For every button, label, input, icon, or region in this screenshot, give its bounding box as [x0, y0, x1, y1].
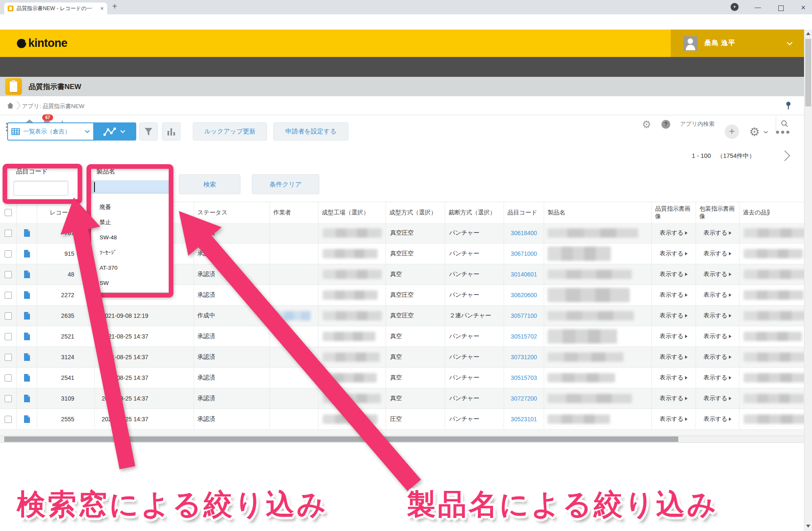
more-options-icon[interactable]: ●●● [775, 128, 791, 136]
packing-image-cell: 表示する [696, 409, 739, 430]
document-icon[interactable] [24, 332, 30, 341]
show-image-link[interactable]: 表示する [660, 312, 688, 320]
new-tab-button[interactable]: + [112, 2, 117, 11]
column-header-label[interactable]: 品質指示書画像 [652, 205, 696, 220]
show-image-link[interactable]: 表示する [660, 229, 688, 237]
document-icon[interactable] [24, 229, 30, 237]
document-icon[interactable] [24, 291, 30, 299]
row-checkbox[interactable] [5, 374, 12, 382]
next-page-icon[interactable] [783, 149, 791, 162]
show-image-link[interactable]: 表示する [704, 374, 732, 382]
scroll-down-arrow-icon[interactable] [806, 525, 810, 528]
user-menu[interactable]: 桑島 逸平 [671, 30, 804, 57]
row-checkbox[interactable] [5, 292, 12, 299]
show-image-link[interactable]: 表示する [704, 271, 732, 278]
item-code-link[interactable]: 30515703 [511, 374, 537, 381]
document-icon[interactable] [24, 374, 30, 382]
window-minimize-button[interactable]: — [755, 3, 761, 11]
row-checkbox[interactable] [5, 271, 12, 278]
show-image-link[interactable]: 表示する [704, 353, 732, 361]
app-search-input[interactable] [675, 120, 776, 127]
row-checkbox[interactable] [5, 230, 12, 237]
tab-close-icon[interactable]: × [100, 5, 104, 11]
column-header-label[interactable]: 成型工場（選択） [318, 209, 369, 217]
document-icon[interactable] [24, 415, 30, 423]
show-image-link[interactable]: 表示する [660, 415, 688, 423]
item-code-link[interactable]: 30577100 [511, 312, 537, 319]
redacted-value [323, 373, 377, 382]
document-icon[interactable] [24, 270, 30, 279]
item-code-link[interactable]: 30731200 [511, 354, 537, 360]
breadcrumb-text[interactable]: アプリ: 品質指示書NEW [22, 103, 84, 110]
view-selector-current[interactable]: 一覧表示（倉吉） [8, 123, 93, 140]
column-header-label[interactable]: ステータス [194, 209, 227, 217]
show-image-link[interactable]: 表示する [704, 229, 732, 237]
lookup-update-button[interactable]: ルックアップ更新 [193, 122, 267, 141]
horizontal-scrollbar-thumb[interactable] [4, 436, 678, 442]
show-image-link[interactable]: 表示する [660, 395, 688, 402]
item-code-link[interactable]: 30727200 [511, 395, 537, 402]
filter-button[interactable] [139, 122, 158, 141]
column-header-label[interactable]: 過去の品質指示書 [739, 209, 770, 217]
row-checkbox[interactable] [5, 250, 12, 257]
breadcrumb-home-icon[interactable] [7, 102, 14, 109]
search-button[interactable]: 検索 [179, 174, 240, 194]
set-applicant-button[interactable]: 申請者を設定する [273, 122, 348, 141]
document-icon[interactable] [24, 249, 30, 258]
view-selector[interactable]: 一覧表示（倉吉） [7, 122, 136, 141]
app-clipboard-icon[interactable] [5, 78, 22, 95]
item-code-link[interactable]: 30140601 [511, 271, 537, 278]
row-checkbox[interactable] [5, 395, 12, 402]
show-image-link[interactable]: 表示する [704, 415, 732, 423]
row-checkbox[interactable] [5, 333, 12, 340]
help-icon[interactable]: ? [661, 120, 670, 129]
show-image-link[interactable]: 表示する [704, 312, 732, 320]
item-code-link[interactable]: 30515702 [511, 333, 537, 340]
clear-conditions-button[interactable]: 条件クリア [252, 174, 319, 194]
document-icon[interactable] [24, 312, 30, 320]
item-code-link[interactable]: 30671000 [511, 250, 537, 257]
chart-button[interactable] [162, 122, 181, 141]
row-checkbox[interactable] [5, 312, 12, 320]
window-restore-button[interactable] [778, 5, 784, 11]
graph-view-button[interactable] [93, 123, 135, 140]
row-checkbox[interactable] [5, 354, 12, 361]
browser-tab[interactable]: 品質指示書NEW - レコードの一覧 × [4, 3, 107, 14]
show-image-link[interactable]: 表示する [660, 250, 688, 257]
scroll-up-arrow-icon[interactable] [806, 32, 810, 35]
show-image-link[interactable]: 表示する [704, 291, 732, 299]
item-code-link[interactable]: 30523101 [511, 416, 537, 423]
column-header-label[interactable]: 作業者 [270, 209, 291, 217]
settings-gear-icon[interactable]: ⚙ [642, 119, 651, 130]
column-header-label[interactable]: 成型方式（選択） [386, 209, 437, 217]
kintone-logo[interactable]: kintone [17, 30, 67, 57]
show-image-link[interactable]: 表示する [660, 353, 688, 361]
item-code-link[interactable]: 30618400 [511, 230, 537, 236]
show-image-link[interactable]: 表示する [704, 395, 732, 402]
vertical-scrollbar-thumb[interactable] [805, 39, 811, 106]
column-header-label[interactable]: レコード番号 [37, 209, 86, 217]
bar-chart-icon [167, 127, 175, 136]
view-settings-gear-icon[interactable]: ⚙ [749, 125, 760, 139]
column-header-label[interactable]: 製品名 [544, 209, 565, 217]
show-label: 表示する [704, 333, 728, 340]
search-tabs-icon[interactable]: ▼ [731, 3, 739, 11]
pin-icon[interactable] [785, 101, 792, 110]
select-all-checkbox[interactable] [5, 209, 12, 216]
column-header-label[interactable]: 裁断方式（選択） [445, 209, 496, 217]
row-checkbox[interactable] [5, 416, 12, 423]
gear-chevron-icon[interactable] [763, 131, 768, 134]
column-header-label[interactable]: 品目コード [504, 209, 537, 217]
show-image-link[interactable]: 表示する [704, 333, 732, 340]
show-image-link[interactable]: 表示する [660, 291, 688, 299]
item-code-link[interactable]: 30620600 [511, 292, 537, 298]
document-icon[interactable] [24, 353, 30, 361]
show-image-link[interactable]: 表示する [660, 333, 688, 340]
document-icon[interactable] [24, 394, 30, 403]
column-header-label[interactable]: 包装指示書画像 [696, 205, 739, 220]
show-image-link[interactable]: 表示する [660, 374, 688, 382]
show-image-link[interactable]: 表示する [660, 271, 688, 278]
show-image-link[interactable]: 表示する [704, 250, 732, 257]
window-close-button[interactable]: × [801, 3, 806, 12]
add-record-button[interactable]: + [725, 125, 739, 139]
